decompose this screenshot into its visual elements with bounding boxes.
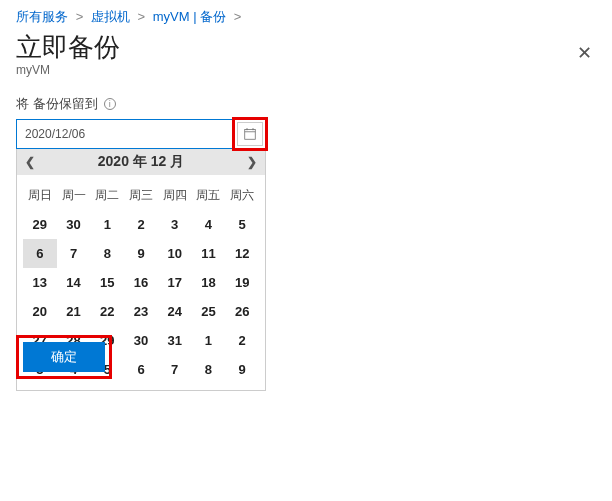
calendar-day[interactable]: 25 xyxy=(192,297,226,326)
calendar-day[interactable]: 6 xyxy=(23,239,57,268)
calendar-day[interactable]: 4 xyxy=(192,210,226,239)
date-input-group xyxy=(16,119,266,149)
calendar-day[interactable]: 15 xyxy=(90,268,124,297)
calendar-day[interactable]: 24 xyxy=(158,297,192,326)
calendar-day[interactable]: 13 xyxy=(23,268,57,297)
calendar-day[interactable]: 12 xyxy=(225,239,259,268)
breadcrumb: 所有服务 > 虚拟机 > myVM | 备份 > xyxy=(16,0,596,28)
calendar-day[interactable]: 7 xyxy=(57,239,91,268)
calendar-day[interactable]: 29 xyxy=(23,210,57,239)
retain-date-input[interactable] xyxy=(17,120,232,148)
calendar-day[interactable]: 14 xyxy=(57,268,91,297)
info-icon[interactable]: i xyxy=(104,98,116,110)
calendar-dow: 周一 xyxy=(57,181,91,210)
page-subtitle: myVM xyxy=(16,63,120,77)
highlight-box: 确定 xyxy=(16,335,112,379)
calendar-day[interactable]: 17 xyxy=(158,268,192,297)
calendar-day[interactable]: 11 xyxy=(192,239,226,268)
highlight-box xyxy=(232,117,268,151)
calendar-dow: 周六 xyxy=(225,181,259,210)
calendar-day[interactable]: 31 xyxy=(158,326,192,355)
calendar-day[interactable]: 3 xyxy=(158,210,192,239)
calendar-day[interactable]: 23 xyxy=(124,297,158,326)
prev-month-button[interactable]: ❮ xyxy=(25,155,35,169)
calendar-dow: 周日 xyxy=(23,181,57,210)
chevron-right-icon: > xyxy=(76,9,84,24)
retain-until-label: 将 备份保留到 i xyxy=(16,95,596,113)
page-title: 立即备份 xyxy=(16,30,120,65)
calendar-day[interactable]: 16 xyxy=(124,268,158,297)
calendar-dow: 周五 xyxy=(192,181,226,210)
calendar-day[interactable]: 21 xyxy=(57,297,91,326)
calendar-day[interactable]: 9 xyxy=(124,239,158,268)
chevron-right-icon: > xyxy=(234,9,242,24)
calendar-day[interactable]: 20 xyxy=(23,297,57,326)
calendar-day[interactable]: 6 xyxy=(124,355,158,384)
calendar-day[interactable]: 8 xyxy=(192,355,226,384)
crumb-all-services[interactable]: 所有服务 xyxy=(16,9,68,24)
calendar-dow: 周三 xyxy=(124,181,158,210)
calendar-day[interactable]: 18 xyxy=(192,268,226,297)
calendar-header: ❮ 2020 年 12 月 ❯ xyxy=(17,149,265,175)
calendar-day[interactable]: 10 xyxy=(158,239,192,268)
calendar-day[interactable]: 26 xyxy=(225,297,259,326)
calendar-day[interactable]: 2 xyxy=(225,326,259,355)
next-month-button[interactable]: ❯ xyxy=(247,155,257,169)
calendar-day[interactable]: 19 xyxy=(225,268,259,297)
calendar-day[interactable]: 1 xyxy=(90,210,124,239)
calendar-day[interactable]: 8 xyxy=(90,239,124,268)
crumb-vm-backup[interactable]: myVM | 备份 xyxy=(153,9,226,24)
crumb-virtual-machines[interactable]: 虚拟机 xyxy=(91,9,130,24)
calendar-dow: 周二 xyxy=(90,181,124,210)
calendar-day[interactable]: 1 xyxy=(192,326,226,355)
calendar-day[interactable]: 30 xyxy=(124,326,158,355)
calendar-day[interactable]: 22 xyxy=(90,297,124,326)
ok-button[interactable]: 确定 xyxy=(23,342,105,372)
calendar-month-label[interactable]: 2020 年 12 月 xyxy=(35,153,247,171)
calendar-icon xyxy=(244,128,256,140)
calendar-day[interactable]: 5 xyxy=(225,210,259,239)
svg-rect-0 xyxy=(245,130,256,140)
field-label-text: 将 备份保留到 xyxy=(16,95,98,113)
calendar-button[interactable] xyxy=(237,122,263,146)
calendar-day[interactable]: 7 xyxy=(158,355,192,384)
calendar-dow: 周四 xyxy=(158,181,192,210)
calendar-day[interactable]: 9 xyxy=(225,355,259,384)
calendar-day[interactable]: 2 xyxy=(124,210,158,239)
close-icon[interactable]: ✕ xyxy=(573,38,596,68)
calendar-day[interactable]: 30 xyxy=(57,210,91,239)
chevron-right-icon: > xyxy=(137,9,145,24)
